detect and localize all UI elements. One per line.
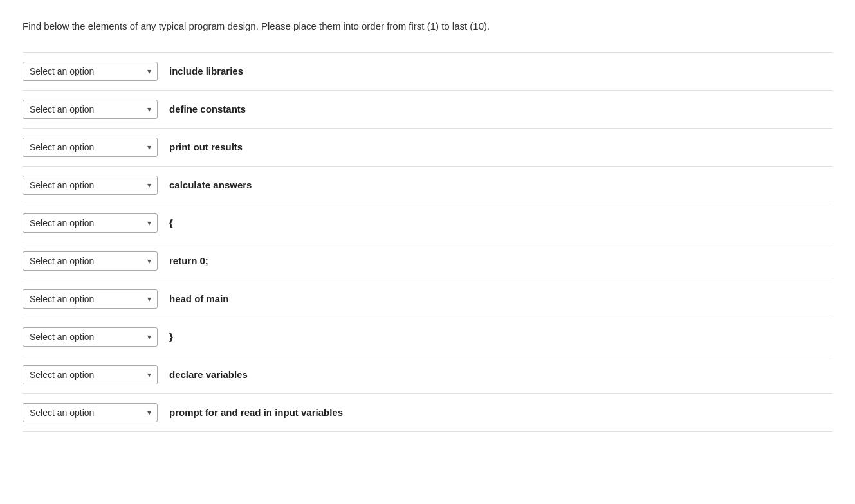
- select-wrapper-8: Select an option12345678910▾: [23, 327, 158, 346]
- question-row: Select an option12345678910▾return 0;: [23, 242, 832, 280]
- select-wrapper-4: Select an option12345678910▾: [23, 176, 158, 195]
- item-label-9: declare variables: [169, 369, 248, 380]
- select-option-6[interactable]: Select an option12345678910: [23, 251, 158, 271]
- item-label-3: print out results: [169, 141, 243, 152]
- question-row: Select an option12345678910▾prompt for a…: [23, 394, 832, 432]
- question-row: Select an option12345678910▾head of main: [23, 280, 832, 318]
- instruction-text: Find below the elements of any typical p…: [23, 19, 832, 34]
- item-label-1: include libraries: [169, 66, 243, 76]
- item-label-5: {: [169, 217, 173, 228]
- select-option-7[interactable]: Select an option12345678910: [23, 289, 158, 309]
- item-label-7: head of main: [169, 293, 229, 304]
- select-wrapper-5: Select an option12345678910▾: [23, 213, 158, 233]
- select-option-2[interactable]: Select an option12345678910: [23, 100, 158, 119]
- question-row: Select an option12345678910▾declare vari…: [23, 356, 832, 394]
- select-wrapper-2: Select an option12345678910▾: [23, 100, 158, 119]
- select-option-9[interactable]: Select an option12345678910: [23, 365, 158, 384]
- question-row: Select an option12345678910▾print out re…: [23, 129, 832, 166]
- item-label-8: }: [169, 331, 173, 342]
- question-row: Select an option12345678910▾calculate an…: [23, 166, 832, 204]
- question-row: Select an option12345678910▾}: [23, 318, 832, 356]
- select-wrapper-1: Select an option12345678910▾: [23, 62, 158, 81]
- select-wrapper-7: Select an option12345678910▾: [23, 289, 158, 309]
- question-row: Select an option12345678910▾{: [23, 204, 832, 242]
- select-option-10[interactable]: Select an option12345678910: [23, 403, 158, 422]
- item-label-10: prompt for and read in input variables: [169, 407, 343, 418]
- select-option-4[interactable]: Select an option12345678910: [23, 176, 158, 195]
- question-row: Select an option12345678910▾define const…: [23, 91, 832, 129]
- select-wrapper-3: Select an option12345678910▾: [23, 138, 158, 157]
- select-wrapper-6: Select an option12345678910▾: [23, 251, 158, 271]
- question-row: Select an option12345678910▾include libr…: [23, 52, 832, 91]
- select-wrapper-9: Select an option12345678910▾: [23, 365, 158, 384]
- select-option-8[interactable]: Select an option12345678910: [23, 327, 158, 346]
- question-list: Select an option12345678910▾include libr…: [23, 52, 832, 432]
- item-label-4: calculate answers: [169, 179, 252, 190]
- item-label-6: return 0;: [169, 255, 208, 266]
- item-label-2: define constants: [169, 104, 246, 114]
- select-option-3[interactable]: Select an option12345678910: [23, 138, 158, 157]
- select-option-1[interactable]: Select an option12345678910: [23, 62, 158, 81]
- select-wrapper-10: Select an option12345678910▾: [23, 403, 158, 422]
- select-option-5[interactable]: Select an option12345678910: [23, 213, 158, 233]
